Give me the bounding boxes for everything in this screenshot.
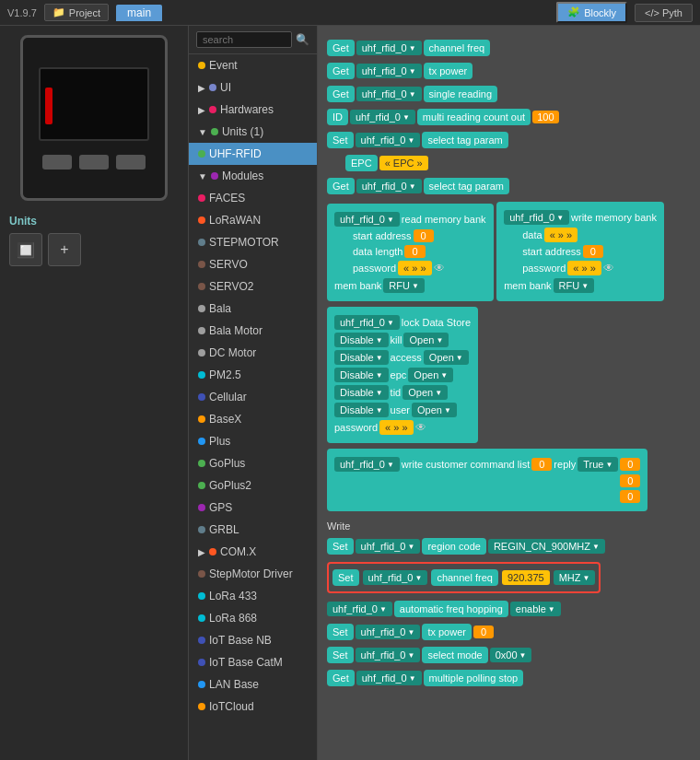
sidebar-item-bala[interactable]: Bala (189, 298, 317, 320)
sidebar-item-ui[interactable]: ▶ UI (189, 76, 317, 99)
get-polling-block[interactable]: Get (327, 670, 355, 686)
block-get-channel-freq[interactable]: Get uhf_rfid_0 channel freq (327, 38, 691, 58)
uhf-write-dd[interactable]: uhf_rfid_0 (504, 210, 569, 225)
sidebar-item-hardwares[interactable]: ▶ Hardwares (189, 99, 317, 121)
block-set-region[interactable]: Set uhf_rfid_0 region code REGIN_CN_900M… (327, 536, 691, 556)
uhf-dropdown-3[interactable]: uhf_rfid_0 (356, 87, 422, 101)
uhf-dropdown-5[interactable]: uhf_rfid_0 (356, 133, 421, 147)
sidebar-item-stepmotor[interactable]: STEPMOTOR (189, 231, 317, 253)
sidebar-item-comx[interactable]: ▶ COM.X (189, 541, 317, 563)
lock-open-2[interactable]: Open (424, 350, 469, 365)
sidebar-item-lora433[interactable]: LoRa 433 (189, 585, 317, 607)
cf-value[interactable]: 920.375 (502, 570, 550, 585)
sidebar-item-grbl[interactable]: GRBL (189, 519, 317, 541)
sidebar-item-lorawan[interactable]: LoRaWAN (189, 209, 317, 231)
eye-icon-write[interactable]: 👁 (603, 262, 614, 275)
block-lock[interactable]: uhf_rfid_0 lock Data Store Disable kill … (327, 307, 478, 443)
block-set-tx-power[interactable]: Set uhf_rfid_0 tx power 0 (327, 622, 691, 642)
mem-bank-dd-write[interactable]: RFU (554, 278, 595, 293)
sidebar-item-pm25[interactable]: PM2.5 (189, 364, 317, 386)
get-single-block[interactable]: Get (327, 86, 355, 102)
uhf-lock-dd[interactable]: uhf_rfid_0 (334, 315, 400, 330)
blockly-button[interactable]: 🧩 Blockly (556, 2, 627, 23)
eye-icon-lock[interactable]: 👁 (415, 421, 426, 434)
sidebar-item-modules[interactable]: ▼ Modules (189, 165, 317, 187)
cust-zero[interactable]: 0 (531, 458, 552, 471)
mem-bank-dd-read[interactable]: RFU (383, 278, 425, 293)
lock-open-5[interactable]: Open (412, 403, 457, 417)
uhf-tx-dd[interactable]: uhf_rfid_0 (356, 625, 421, 639)
sidebar-item-iotcloud[interactable]: IoTCloud (189, 696, 317, 718)
password-val-read[interactable]: « » » (398, 261, 431, 275)
block-write-mem[interactable]: uhf_rfid_0 write memory bank data « » » … (496, 202, 664, 301)
block-get-polling[interactable]: Get uhf_rfid_0 multiple polling stop (327, 668, 691, 688)
sidebar-item-cellular[interactable]: Cellular (189, 386, 317, 408)
block-auto-freq[interactable]: uhf_rfid_0 automatic freq hopping enable (327, 599, 691, 619)
lock-open-3[interactable]: Open (408, 368, 453, 382)
uhf-cf-dd[interactable]: uhf_rfid_0 (363, 570, 428, 585)
id-block[interactable]: ID (327, 109, 348, 125)
uhf-dropdown-1[interactable]: uhf_rfid_0 (356, 41, 422, 55)
eye-icon-read[interactable]: 👁 (434, 262, 445, 275)
start-addr-val-write[interactable]: 0 (583, 245, 603, 258)
uhf-af-dd[interactable]: uhf_rfid_0 (327, 602, 392, 616)
lock-open-4[interactable]: Open (402, 385, 448, 400)
sidebar-item-bala-motor[interactable]: Bala Motor (189, 320, 317, 342)
block-set-tag-param[interactable]: Set uhf_rfid_0 select tag param (327, 130, 691, 150)
sidebar-item-goplus[interactable]: GoPlus (189, 452, 317, 474)
count-value[interactable]: 100 (532, 111, 558, 123)
sidebar-item-iot-catm[interactable]: IoT Base CatM (189, 651, 317, 673)
sidebar-item-goplus2[interactable]: GoPlus2 (189, 474, 317, 497)
set-mode-block[interactable]: Set (327, 647, 354, 663)
get-channel-freq-block[interactable]: Get (327, 40, 355, 56)
unit-chip-icon[interactable]: 🔲 (9, 233, 42, 266)
cust-reply-dd[interactable]: True (578, 457, 618, 472)
af-enable-dd[interactable]: enable (510, 602, 561, 616)
cust-val-3[interactable]: 0 (620, 490, 640, 503)
sidebar-item-lan[interactable]: LAN Base (189, 673, 317, 696)
lock-disable-5[interactable]: Disable (334, 403, 389, 417)
block-read-mem[interactable]: uhf_rfid_0 read memory bank start addres… (327, 204, 494, 301)
lock-disable-1[interactable]: Disable (334, 333, 389, 347)
sidebar-item-units[interactable]: ▼ Units (1) (189, 121, 317, 143)
cust-val-2[interactable]: 0 (620, 474, 640, 487)
cf-unit-dd[interactable]: MHZ (554, 570, 596, 585)
sidebar-item-basex[interactable]: BaseX (189, 408, 317, 430)
sidebar-item-servo[interactable]: SERVO (189, 253, 317, 275)
sidebar-item-uhf-rfid[interactable]: UHF-RFID (189, 143, 317, 165)
sidebar-item-event[interactable]: Event (189, 54, 317, 76)
lock-disable-4[interactable]: Disable (334, 385, 389, 400)
block-get-tx-power[interactable]: Get uhf_rfid_0 tx power (327, 61, 691, 81)
uhf-dropdown-6[interactable]: uhf_rfid_0 (356, 179, 422, 193)
tx-power-val[interactable]: 0 (473, 626, 494, 638)
add-unit-button[interactable]: + (48, 233, 81, 266)
set-tx-power-block[interactable]: Set (327, 624, 354, 640)
sidebar-item-dc-motor[interactable]: DC Motor (189, 342, 317, 364)
block-set-channel-freq-highlighted[interactable]: Set uhf_rfid_0 channel freq 920.375 MHZ (327, 562, 601, 593)
sidebar-item-iot-nb[interactable]: IoT Base NB (189, 629, 317, 651)
mode-val-dd[interactable]: 0x00 (490, 648, 532, 662)
lock-disable-3[interactable]: Disable (334, 368, 389, 382)
get-tx-block[interactable]: Get (327, 63, 355, 79)
set-region-block[interactable]: Set (327, 538, 354, 555)
uhf-region-dd[interactable]: uhf_rfid_0 (356, 539, 421, 554)
lock-open-1[interactable]: Open (403, 333, 449, 347)
sidebar-item-faces[interactable]: FACES (189, 187, 317, 209)
sidebar-item-plus[interactable]: Plus (189, 430, 317, 452)
block-get-tag-param[interactable]: Get uhf_rfid_0 select tag param (327, 176, 691, 196)
sidebar-item-stepmotor-driver[interactable]: StepMotor Driver (189, 563, 317, 585)
epc-value[interactable]: « EPC » (379, 156, 428, 170)
data-val-write[interactable]: « » » (544, 228, 578, 242)
region-val-dd[interactable]: REGIN_CN_900MHZ (488, 539, 605, 554)
cust-val-1[interactable]: 0 (620, 458, 640, 471)
get-tag-block[interactable]: Get (327, 178, 355, 194)
python-button[interactable]: </> Pyth (635, 4, 693, 22)
sidebar-item-servo2[interactable]: SERVO2 (189, 275, 317, 298)
set-tag-block[interactable]: Set (327, 132, 354, 148)
uhf-cust-dd[interactable]: uhf_rfid_0 (334, 457, 400, 472)
search-input[interactable] (196, 31, 292, 48)
sidebar-item-gps[interactable]: GPS (189, 497, 317, 519)
uhf-dropdown-4[interactable]: uhf_rfid_0 (350, 110, 415, 124)
main-tab[interactable]: main (116, 5, 162, 21)
project-button[interactable]: 📁 Project (44, 4, 109, 21)
